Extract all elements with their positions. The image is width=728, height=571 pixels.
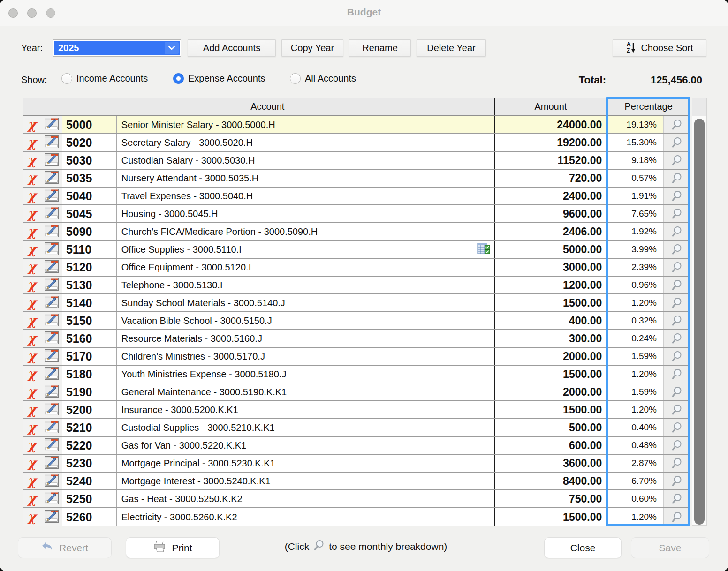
account-column-header[interactable]: Account (41, 98, 494, 115)
delete-row-button[interactable]: χ (23, 490, 41, 507)
edit-row-button[interactable] (41, 383, 62, 400)
edit-row-button[interactable] (41, 348, 62, 365)
magnifier-button[interactable] (663, 366, 690, 383)
magnifier-button[interactable] (663, 170, 690, 187)
delete-row-button[interactable]: χ (23, 116, 41, 133)
table-row[interactable]: χ 5035Nursery Attendant - 3000.5035.H720… (23, 170, 690, 188)
edit-row-button[interactable] (41, 294, 62, 311)
edit-row-button[interactable] (41, 134, 62, 151)
edit-row-button[interactable] (41, 205, 62, 222)
edit-row-button[interactable] (41, 116, 62, 133)
delete-row-button[interactable]: χ (23, 473, 41, 489)
scrollbar-thumb[interactable] (694, 119, 705, 525)
delete-row-button[interactable]: χ (23, 401, 41, 418)
delete-row-button[interactable]: χ (23, 455, 41, 472)
table-row[interactable]: χ 5040Travel Expenses - 3000.5040.H2400.… (23, 188, 690, 205)
table-row[interactable]: χ 5000Senior Minister Salary - 3000.5000… (23, 116, 690, 134)
magnifier-button[interactable] (663, 294, 690, 311)
rename-button[interactable]: Rename (349, 39, 411, 57)
edit-row-button[interactable] (41, 259, 62, 276)
edit-row-button[interactable] (41, 437, 62, 454)
edit-row-button[interactable] (41, 312, 62, 329)
table-row[interactable]: χ 5045Housing - 3000.5045.H9600.007.65% (23, 205, 690, 223)
table-row[interactable]: χ 5140Sunday School Materials - 3000.514… (23, 294, 690, 312)
magnifier-button[interactable] (663, 401, 690, 418)
magnifier-button[interactable] (663, 134, 690, 151)
edit-row-button[interactable] (41, 223, 62, 240)
print-button[interactable]: Print (126, 537, 220, 558)
delete-year-button[interactable]: Delete Year (417, 39, 486, 57)
edit-row-button[interactable] (41, 419, 62, 436)
magnifier-button[interactable] (663, 383, 690, 400)
edit-row-button[interactable] (41, 490, 62, 507)
delete-row-button[interactable]: χ (23, 205, 41, 222)
table-row[interactable]: χ 5250Gas - Heat - 3000.5250.K.K2750.000… (23, 490, 690, 508)
edit-row-button[interactable] (41, 366, 62, 383)
edit-row-button[interactable] (41, 473, 62, 489)
delete-row-button[interactable]: χ (23, 188, 41, 204)
edit-row-button[interactable] (41, 152, 62, 169)
choose-sort-button[interactable]: A Z Choose Sort (613, 39, 706, 57)
magnifier-button[interactable] (663, 259, 690, 276)
magnifier-button[interactable] (663, 348, 690, 365)
delete-row-button[interactable]: χ (23, 152, 41, 169)
table-row[interactable]: χ 5020Secretary Salary - 3000.5020.H1920… (23, 134, 690, 152)
magnifier-button[interactable] (663, 312, 690, 329)
magnifier-button[interactable] (663, 152, 690, 169)
table-row[interactable]: χ 5180Youth Ministries Expense - 3000.51… (23, 366, 690, 383)
magnifier-button[interactable] (663, 241, 690, 258)
table-row[interactable]: χ 5210Custodial Supplies - 3000.5210.K.K… (23, 419, 690, 437)
table-row[interactable]: χ 5160Resource Materials - 3000.5160.J30… (23, 330, 690, 348)
radio-expense-accounts[interactable]: Expense Accounts (173, 73, 265, 84)
amount-column-header[interactable]: Amount (494, 98, 607, 115)
delete-row-button[interactable]: χ (23, 312, 41, 329)
radio-all-accounts[interactable]: All Accounts (290, 73, 356, 84)
delete-row-button[interactable]: χ (23, 366, 41, 383)
copy-year-button[interactable]: Copy Year (281, 39, 343, 57)
edit-row-button[interactable] (41, 241, 62, 258)
table-row[interactable]: χ 5200Insurance - 3000.5200.K.K11500.001… (23, 401, 690, 419)
delete-row-button[interactable]: χ (23, 437, 41, 454)
magnifier-button[interactable] (663, 419, 690, 436)
delete-row-button[interactable]: χ (23, 241, 41, 258)
edit-row-button[interactable] (41, 188, 62, 204)
year-select[interactable]: 2025 (53, 39, 181, 57)
table-row[interactable]: χ 5030Custodian Salary - 3000.5030.H1152… (23, 152, 690, 170)
magnifier-button[interactable] (663, 490, 690, 507)
edit-row-button[interactable] (41, 330, 62, 347)
delete-row-button[interactable]: χ (23, 277, 41, 293)
delete-row-button[interactable]: χ (23, 259, 41, 276)
magnifier-button[interactable] (663, 188, 690, 204)
table-row[interactable]: χ 5110Office Supplies - 3000.5110.I 5000… (23, 241, 690, 259)
vertical-scrollbar[interactable] (692, 98, 707, 526)
delete-row-button[interactable]: χ (23, 383, 41, 400)
delete-row-button[interactable]: χ (23, 508, 41, 526)
radio-income-accounts[interactable]: Income Accounts (61, 73, 148, 84)
magnifier-button[interactable] (663, 473, 690, 489)
table-row[interactable]: χ 5240Mortgage Interest - 3000.5240.K.K1… (23, 473, 690, 490)
edit-row-button[interactable] (41, 277, 62, 293)
delete-row-button[interactable]: χ (23, 223, 41, 240)
magnifier-button[interactable] (663, 223, 690, 240)
magnifier-button[interactable] (663, 437, 690, 454)
table-row[interactable]: χ 5090Church's FICA/Medicare Portion - 3… (23, 223, 690, 241)
edit-row-button[interactable] (41, 170, 62, 187)
edit-row-button[interactable] (41, 508, 62, 526)
delete-row-button[interactable]: χ (23, 419, 41, 436)
magnifier-button[interactable] (663, 205, 690, 222)
delete-row-button[interactable]: χ (23, 294, 41, 311)
magnifier-button[interactable] (663, 277, 690, 293)
percentage-column-header[interactable]: Percentage (607, 98, 690, 115)
table-row[interactable]: χ 5260Electricity - 3000.5260.K.K21500.0… (23, 508, 690, 526)
table-row[interactable]: χ 5130Telephone - 3000.5130.I1200.000.96… (23, 277, 690, 294)
magnifier-button[interactable] (663, 116, 690, 133)
table-row[interactable]: χ 5120Office Equipment - 3000.5120.I3000… (23, 259, 690, 277)
magnifier-button[interactable] (663, 508, 690, 526)
table-row[interactable]: χ 5190General Maintenance - 3000.5190.K.… (23, 383, 690, 401)
delete-row-button[interactable]: χ (23, 134, 41, 151)
revert-button[interactable]: Revert (18, 537, 112, 558)
delete-row-button[interactable]: χ (23, 170, 41, 187)
magnifier-button[interactable] (663, 455, 690, 472)
table-row[interactable]: χ 5170Children's Ministries - 3000.5170.… (23, 348, 690, 366)
table-row[interactable]: χ 5150Vacation Bible School - 3000.5150.… (23, 312, 690, 330)
